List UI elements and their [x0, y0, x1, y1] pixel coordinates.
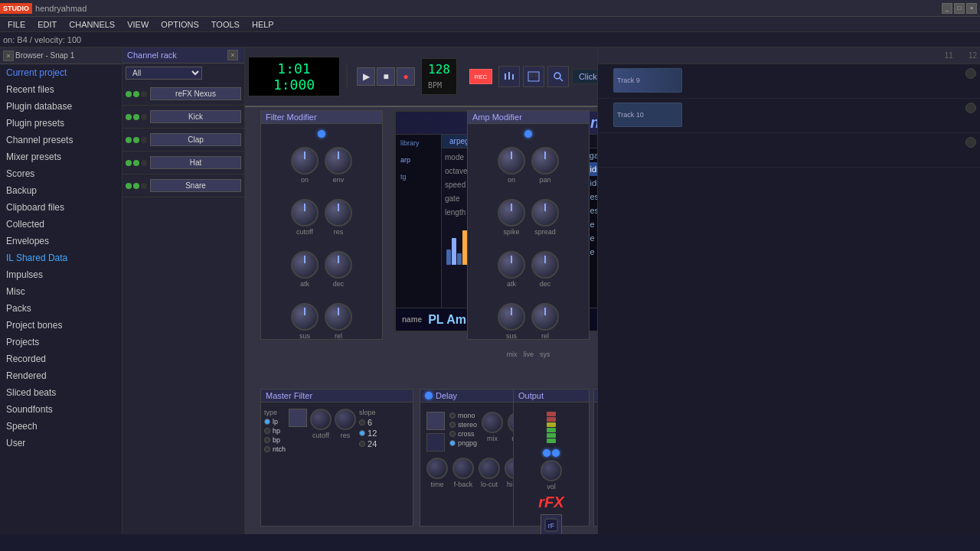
master-res-knob[interactable]	[335, 409, 356, 430]
play-button[interactable]: ▶	[357, 67, 375, 86]
sidebar-item-rendered[interactable]: Rendered	[0, 367, 122, 384]
channel-led-kick-3[interactable]	[141, 114, 147, 120]
browser-close[interactable]: ×	[3, 51, 14, 61]
amp-pan-knob[interactable]	[531, 147, 559, 174]
menu-view[interactable]: VIEW	[121, 18, 155, 31]
amp-spread-knob[interactable]	[531, 199, 559, 227]
channel-filter-dropdown[interactable]: All	[126, 67, 202, 80]
channel-rack-close[interactable]: ×	[227, 50, 238, 60]
filter-rel-knob[interactable]	[325, 303, 352, 331]
channel-led-clap-3[interactable]	[141, 137, 147, 143]
track-11-handle[interactable]	[965, 137, 976, 148]
pattern-bar-2[interactable]	[452, 238, 456, 265]
pattern-bar-3[interactable]	[457, 253, 462, 265]
nexus-nav-arp[interactable]: arp	[399, 155, 438, 165]
delay-stereo-option[interactable]: stereo	[449, 421, 477, 429]
nexus-nav-tg[interactable]: tg	[399, 171, 438, 182]
sidebar-item-impulses[interactable]: Impulses	[0, 266, 122, 283]
channel-btn-hat[interactable]: Hat	[150, 156, 241, 169]
sidebar-item-current-project[interactable]: Current project	[0, 64, 122, 81]
amp-atk-knob[interactable]	[498, 251, 525, 279]
menu-edit[interactable]: EDIT	[31, 18, 63, 31]
sidebar-item-clipboard[interactable]: Clipboard files	[0, 199, 122, 216]
filter-bp-option[interactable]: bp	[264, 436, 286, 444]
channel-btn-kick[interactable]: Kick	[150, 110, 241, 123]
menu-tools[interactable]: TOOLS	[205, 18, 246, 31]
channel-led-hat-3[interactable]	[141, 160, 147, 166]
delay-mono-option[interactable]: mono	[449, 412, 477, 419]
channel-led-hat-1[interactable]	[126, 160, 132, 166]
minimize-button[interactable]: _	[942, 3, 952, 14]
browser-button[interactable]	[547, 66, 569, 87]
channel-led-clap-1[interactable]	[126, 137, 132, 143]
channel-led-snare-3[interactable]	[141, 183, 147, 189]
channel-led-clap-2[interactable]	[133, 137, 139, 143]
filter-sus-knob[interactable]	[291, 303, 318, 331]
sidebar-item-recorded[interactable]: Recorded	[0, 350, 122, 367]
channel-led-hat-2[interactable]	[133, 160, 139, 166]
filter-on-toggle[interactable]	[289, 409, 307, 427]
delay-time-knob[interactable]	[426, 458, 448, 479]
nexus-nav-library[interactable]: library	[399, 138, 438, 148]
slope-6db[interactable]: 6	[359, 418, 377, 427]
menu-options[interactable]: OPTIONS	[155, 18, 205, 31]
filter-on-knob[interactable]	[291, 147, 318, 174]
filter-dec-knob[interactable]	[325, 251, 352, 279]
amp-dec-knob[interactable]	[531, 251, 559, 279]
sidebar-item-projects[interactable]: Projects	[0, 334, 122, 350]
sidebar-item-sliced-beats[interactable]: Sliced beats	[0, 384, 122, 401]
sidebar-item-channel-presets[interactable]: Channel presets	[0, 132, 122, 148]
sidebar-item-misc[interactable]: Misc	[0, 283, 122, 300]
sidebar-item-soundfonts[interactable]: Soundfonts	[0, 401, 122, 418]
mixer-button[interactable]	[498, 66, 520, 87]
sidebar-item-plugin-presets[interactable]: Plugin presets	[0, 115, 122, 132]
channel-led-snare-2[interactable]	[133, 183, 139, 189]
delay-on-button[interactable]	[426, 412, 445, 430]
sidebar-item-mixer-presets[interactable]: Mixer presets	[0, 148, 122, 165]
delay-on-led[interactable]	[425, 392, 433, 399]
sidebar-item-il-shared-data[interactable]: IL Shared Data	[0, 249, 122, 266]
amp-sus-knob[interactable]	[498, 303, 525, 331]
sidebar-item-packs[interactable]: Packs	[0, 300, 122, 317]
delay-locut-knob[interactable]	[479, 458, 500, 479]
close-button[interactable]: ×	[966, 3, 977, 14]
sidebar-item-speech[interactable]: Speech	[0, 418, 122, 435]
filter-ntch-option[interactable]: ntch	[264, 445, 286, 453]
delay-type-button[interactable]	[426, 433, 445, 452]
amp-on-knob[interactable]	[498, 147, 525, 174]
filter-atk-knob[interactable]	[291, 251, 318, 279]
filter-cutoff-knob[interactable]	[291, 199, 318, 227]
filter-res-knob[interactable]	[325, 199, 352, 227]
menu-help[interactable]: HELP	[246, 18, 280, 31]
sidebar-item-plugin-database[interactable]: Plugin database	[0, 98, 122, 115]
filter-lp-option[interactable]: lp	[264, 418, 286, 425]
sidebar-item-scores[interactable]: Scores	[0, 165, 122, 182]
record-button[interactable]: ●	[397, 67, 415, 86]
slope-24db[interactable]: 24	[359, 439, 377, 448]
channel-led-1[interactable]	[126, 91, 132, 97]
sidebar-item-user[interactable]: User	[0, 435, 122, 452]
filter-env-knob[interactable]	[325, 147, 352, 174]
amp-on-led[interactable]	[524, 130, 532, 138]
filter-hp-option[interactable]: hp	[264, 427, 286, 435]
sidebar-item-backup[interactable]: Backup	[0, 182, 122, 199]
amp-rel-knob[interactable]	[531, 303, 559, 331]
menu-channels[interactable]: CHANNELS	[63, 18, 121, 31]
delay-mix-knob[interactable]	[482, 412, 503, 433]
filter-on-led[interactable]	[318, 130, 325, 138]
track-10-handle[interactable]	[965, 103, 976, 113]
track-9-clip[interactable]: Track 9	[613, 68, 682, 93]
channel-led-2[interactable]	[133, 91, 139, 97]
channel-btn-nexus[interactable]: reFX Nexus	[150, 87, 241, 100]
slope-12db[interactable]: 12	[359, 429, 377, 438]
menu-file[interactable]: FILE	[2, 18, 31, 31]
online-news-bar[interactable]: Click to enable online news	[572, 69, 597, 84]
track-9-handle[interactable]	[965, 68, 976, 79]
channel-btn-clap[interactable]: Clap	[150, 133, 241, 146]
channel-led-snare-1[interactable]	[126, 183, 132, 189]
output-vol-knob[interactable]	[541, 460, 562, 481]
track-10-clip[interactable]: Track 10	[613, 103, 682, 127]
piano-roll-button[interactable]	[523, 66, 544, 87]
sidebar-item-envelopes[interactable]: Envelopes	[0, 233, 122, 249]
master-cutoff-knob[interactable]	[310, 409, 332, 430]
